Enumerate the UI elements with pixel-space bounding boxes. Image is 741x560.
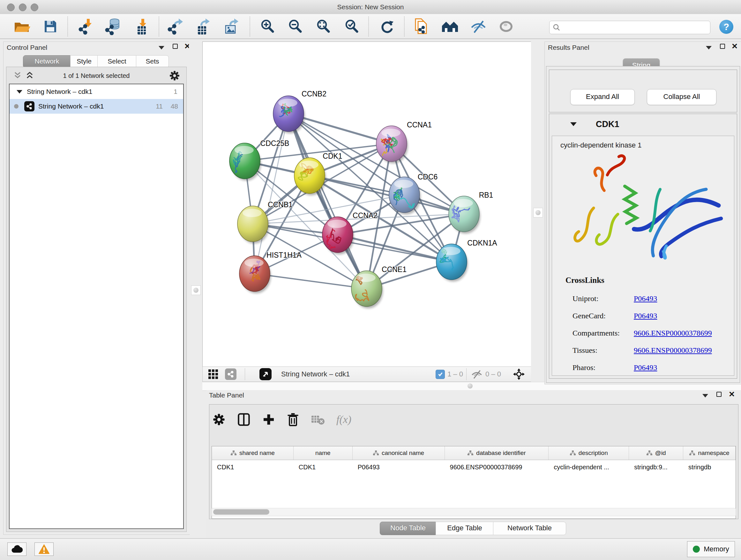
zoom-fit-button[interactable] xyxy=(314,17,333,36)
close-panel-button[interactable]: ✕ xyxy=(729,392,735,397)
network-node-CCNB2[interactable]: CCNB2 xyxy=(273,90,327,133)
network-node-label: RB1 xyxy=(479,191,493,199)
function-builder-icon[interactable]: f(x) xyxy=(336,414,351,426)
table-cell[interactable]: 9606.ENSP00000378699 xyxy=(445,460,549,475)
column-type-icon xyxy=(689,450,695,456)
tab-sets[interactable]: Sets xyxy=(136,55,169,68)
export-network-button[interactable] xyxy=(166,17,185,36)
float-panel-button[interactable] xyxy=(717,392,722,397)
table-cell[interactable]: stringdb:9... xyxy=(629,460,683,475)
collapse-all-button[interactable]: Collapse All xyxy=(647,89,717,105)
table-cell[interactable]: CDK1 xyxy=(293,460,353,475)
zoom-selected-button[interactable] xyxy=(342,17,361,36)
string-document-button[interactable] xyxy=(413,17,431,36)
selected-checkbox[interactable]: 1 – 0 xyxy=(435,368,463,380)
network-node-CCNA1[interactable]: CCNA1 xyxy=(376,121,432,164)
tab-network-table[interactable]: Network Table xyxy=(493,522,566,535)
tab-edge-table[interactable]: Edge Table xyxy=(435,522,494,535)
collection-caret-icon[interactable] xyxy=(17,90,22,94)
network-node-CDKN1A[interactable]: CDKN1A xyxy=(436,239,497,282)
birds-eye-view-button[interactable] xyxy=(259,368,272,380)
network-row[interactable]: String Network – cdk1 11 48 xyxy=(10,99,183,114)
column-type-icon xyxy=(569,450,576,456)
collapse-panel-button[interactable] xyxy=(158,46,164,50)
import-network-file-button[interactable] xyxy=(76,17,95,36)
collapse-panel-button[interactable] xyxy=(706,46,712,50)
table-row[interactable]: CDK1CDK1P064939606.ENSP00000378699cyclin… xyxy=(212,460,736,475)
expand-all-button[interactable]: Expand All xyxy=(570,89,635,105)
splitter-grip[interactable] xyxy=(533,208,543,217)
export-table-button[interactable] xyxy=(193,17,212,36)
close-panel-button[interactable]: ✕ xyxy=(731,44,738,49)
search-input[interactable] xyxy=(560,22,710,33)
left-splitter[interactable] xyxy=(189,42,202,534)
memory-button[interactable]: Memory xyxy=(687,541,735,557)
export-image-button[interactable] xyxy=(222,17,240,36)
network-node-CDK1[interactable]: CDK1 xyxy=(294,152,342,195)
warnings-button[interactable] xyxy=(35,543,54,556)
crosslink-value-link[interactable]: P06493 xyxy=(634,363,657,372)
splitter-grip[interactable] xyxy=(468,383,473,388)
network-node-RB1[interactable]: RB1 xyxy=(449,191,493,234)
network-canvas[interactable]: CCNB2CCNA1CDC25BCDK1CDC6RB1CCNB1CCNA2CDK… xyxy=(202,42,532,367)
table-horizontal-scrollbar[interactable] xyxy=(212,508,736,516)
section-caret-icon[interactable] xyxy=(570,122,577,126)
open-session-button[interactable] xyxy=(12,17,31,36)
cloud-status-button[interactable] xyxy=(7,543,26,556)
table-options-gear-icon[interactable] xyxy=(212,413,225,426)
home-button[interactable] xyxy=(441,17,460,36)
share-view-button[interactable] xyxy=(225,368,237,380)
table-cell[interactable]: stringdb xyxy=(683,460,736,475)
help-button[interactable]: ? xyxy=(719,20,733,34)
network-edge[interactable] xyxy=(255,273,367,289)
zoom-in-button[interactable] xyxy=(258,17,277,36)
network-edge[interactable] xyxy=(338,235,452,262)
crosslink-value-link[interactable]: 9606.ENSP00000378699 xyxy=(634,346,712,355)
splitter-grip[interactable] xyxy=(191,286,201,295)
fit-content-button[interactable] xyxy=(513,368,525,380)
refresh-layout-button[interactable] xyxy=(378,17,396,36)
tab-node-table[interactable]: Node Table xyxy=(380,522,436,535)
column-header-shared-name[interactable]: shared name xyxy=(212,446,293,460)
network-node-HIST1H1A[interactable]: HIST1H1A xyxy=(239,251,302,294)
node-section-header[interactable]: CDK1 xyxy=(549,114,737,134)
network-collection-row[interactable]: String Network – cdk1 1 xyxy=(10,84,183,99)
import-table-file-button[interactable] xyxy=(133,17,151,36)
column-header-description[interactable]: description xyxy=(549,446,629,460)
tab-style[interactable]: Style xyxy=(70,55,98,68)
import-network-database-button[interactable] xyxy=(104,17,122,36)
table-cell[interactable]: cyclin-dependent ... xyxy=(549,460,629,475)
network-options-gear-icon[interactable] xyxy=(169,70,180,81)
delete-table-icon[interactable] xyxy=(311,414,325,425)
show-all-button[interactable] xyxy=(497,17,515,36)
hide-selected-button[interactable] xyxy=(469,17,488,36)
show-columns-icon[interactable] xyxy=(237,413,251,427)
control-panel: Control Panel ✕ Network Style Select Set… xyxy=(3,42,190,535)
column-header-database-identifier[interactable]: database identifier xyxy=(445,446,549,460)
network-edge[interactable] xyxy=(255,114,288,273)
float-panel-button[interactable] xyxy=(720,44,725,49)
column-header--id[interactable]: @id xyxy=(629,446,683,460)
zoom-out-button[interactable] xyxy=(286,17,305,36)
scrollbar-thumb[interactable] xyxy=(213,509,269,515)
table-cell[interactable]: CDK1 xyxy=(212,460,293,475)
save-session-button[interactable] xyxy=(41,17,60,36)
column-header-name[interactable]: name xyxy=(293,446,353,460)
network-edge[interactable] xyxy=(288,114,367,289)
column-header-canonical-name[interactable]: canonical name xyxy=(353,446,445,460)
float-panel-button[interactable] xyxy=(173,44,178,49)
crosslink-value-link[interactable]: P06493 xyxy=(634,312,657,320)
right-splitter[interactable] xyxy=(531,42,544,384)
hidden-indicator[interactable]: 0 – 0 xyxy=(471,368,501,380)
collapse-panel-button[interactable] xyxy=(702,394,708,397)
crosslink-value-link[interactable]: 9606.ENSP00000378699 xyxy=(634,329,712,337)
column-header-namespace[interactable]: namespace xyxy=(683,446,736,460)
grid-view-button[interactable] xyxy=(208,368,219,380)
add-column-icon[interactable] xyxy=(262,413,275,426)
table-cell[interactable]: P06493 xyxy=(353,460,445,475)
tab-network[interactable]: Network xyxy=(23,55,71,68)
delete-column-icon[interactable] xyxy=(286,413,299,427)
network-node-CDC6[interactable]: CDC6 xyxy=(389,173,437,214)
tab-select[interactable]: Select xyxy=(97,55,137,68)
crosslink-value-link[interactable]: P06493 xyxy=(634,294,657,303)
